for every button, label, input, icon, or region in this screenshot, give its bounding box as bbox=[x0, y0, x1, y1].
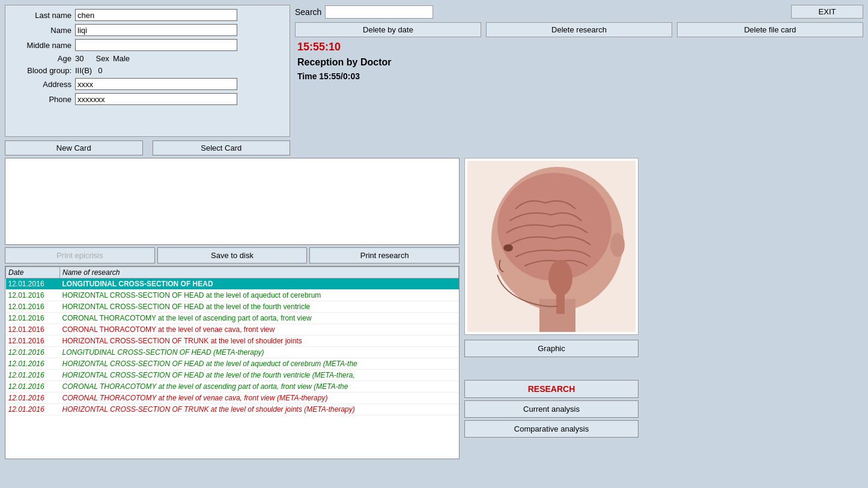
sex-label: Sex bbox=[96, 54, 109, 63]
col-date-header: Date bbox=[6, 267, 60, 279]
brain-image-box bbox=[464, 158, 639, 335]
table-cell-name: CORONAL THORACOTOMY at the level of asce… bbox=[60, 313, 459, 324]
table-cell-date: 12.01.2016 bbox=[6, 324, 60, 336]
table-row[interactable]: 12.01.2016LONGITUDINAL CROSS-SECTION OF … bbox=[6, 347, 459, 358]
address-label: Address bbox=[11, 80, 71, 89]
name-label: Name bbox=[11, 26, 71, 35]
table-row[interactable]: 12.01.2016HORIZONTAL CROSS-SECTION OF HE… bbox=[6, 290, 459, 301]
table-cell-name: CORONAL THORACOTOMY at the level of vena… bbox=[60, 393, 459, 404]
blood-rh-value: 0 bbox=[98, 66, 102, 75]
table-cell-name: CORONAL THORACOTOMY at the level of asce… bbox=[60, 381, 459, 393]
address-input[interactable] bbox=[75, 78, 237, 90]
action-buttons: Print epicrisis Save to disk Print resea… bbox=[5, 247, 460, 264]
svg-rect-5 bbox=[556, 290, 565, 314]
table-row[interactable]: 12.01.2016CORONAL THORACOTOMY at the lev… bbox=[6, 393, 459, 404]
table-cell-date: 12.01.2016 bbox=[6, 336, 60, 347]
table-cell-date: 12.01.2016 bbox=[6, 370, 60, 381]
delete-by-date-button[interactable]: Delete by date bbox=[295, 22, 481, 37]
blood-group-label: Blood group: bbox=[11, 66, 71, 75]
save-to-disk-button[interactable]: Save to disk bbox=[157, 247, 308, 264]
search-area: Search bbox=[295, 5, 433, 19]
main-area: Print epicrisis Save to disk Print resea… bbox=[5, 158, 863, 459]
sex-value: Male bbox=[113, 54, 130, 63]
table-scroll-area[interactable]: Date Name of research 12.01.2016LONGITUD… bbox=[5, 267, 459, 459]
svg-point-6 bbox=[503, 244, 513, 252]
table-cell-date: 12.01.2016 bbox=[6, 393, 60, 404]
table-cell-name: HORIZONTAL CROSS-SECTION OF HEAD at the … bbox=[60, 290, 459, 301]
print-epicrisis-button[interactable]: Print epicrisis bbox=[5, 247, 155, 264]
research-table-container: Date Name of research 12.01.2016LONGITUD… bbox=[5, 266, 460, 459]
table-cell-date: 12.01.2016 bbox=[6, 279, 60, 290]
delete-row: Delete by date Delete research Delete fi… bbox=[295, 22, 863, 37]
left-panel: Print epicrisis Save to disk Print resea… bbox=[5, 158, 460, 459]
right-top-panel: Search EXIT Delete by date Delete resear… bbox=[295, 5, 863, 81]
last-name-label: Last name bbox=[11, 11, 71, 20]
notes-textarea[interactable] bbox=[5, 158, 460, 245]
col-name-header: Name of research bbox=[60, 267, 459, 279]
last-name-input[interactable] bbox=[75, 9, 237, 21]
table-cell-name: HORIZONTAL CROSS-SECTION OF TRUNK at the… bbox=[60, 404, 459, 415]
table-row[interactable]: 12.01.2016CORONAL THORACOTOMY at the lev… bbox=[6, 313, 459, 324]
table-cell-date: 12.01.2016 bbox=[6, 381, 60, 393]
patient-form: Last name Name Middle name Age 30 Sex Ma… bbox=[5, 5, 290, 137]
brain-image bbox=[467, 161, 636, 332]
table-cell-name: CORONAL THORACOTOMY at the level of vena… bbox=[60, 324, 459, 336]
print-research-button[interactable]: Print research bbox=[309, 247, 460, 264]
table-cell-name: HORIZONTAL CROSS-SECTION OF HEAD at the … bbox=[60, 358, 459, 370]
delete-file-card-button[interactable]: Delete file card bbox=[677, 22, 863, 37]
svg-point-7 bbox=[610, 233, 625, 257]
time-display: 15:55:10 bbox=[295, 41, 863, 53]
graphic-button[interactable]: Graphic bbox=[464, 340, 639, 357]
table-row[interactable]: 12.01.2016HORIZONTAL CROSS-SECTION OF TR… bbox=[6, 404, 459, 415]
middle-name-input[interactable] bbox=[75, 39, 237, 51]
table-cell-name: LONGITUDINAL CROSS-SECTION OF HEAD (META… bbox=[60, 347, 459, 358]
search-input[interactable] bbox=[325, 5, 433, 19]
table-cell-name: LONGITUDINAL CROSS-SECTION OF HEAD bbox=[60, 279, 459, 290]
table-cell-date: 12.01.2016 bbox=[6, 301, 60, 313]
table-row[interactable]: 12.01.2016CORONAL THORACOTOMY at the lev… bbox=[6, 324, 459, 336]
exit-button[interactable]: EXIT bbox=[791, 5, 863, 19]
table-cell-date: 12.01.2016 bbox=[6, 347, 60, 358]
table-row[interactable]: 12.01.2016HORIZONTAL CROSS-SECTION OF HE… bbox=[6, 358, 459, 370]
middle-name-label: Middle name bbox=[11, 41, 71, 50]
age-value: 30 bbox=[75, 54, 83, 63]
table-row[interactable]: 12.01.2016CORONAL THORACOTOMY at the lev… bbox=[6, 381, 459, 393]
table-cell-date: 12.01.2016 bbox=[6, 313, 60, 324]
research-table: Date Name of research 12.01.2016LONGITUD… bbox=[5, 267, 459, 415]
name-input[interactable] bbox=[75, 24, 237, 36]
right-panel: Graphic RESEARCH Current analysis Compar… bbox=[464, 158, 863, 459]
time-detail: Time 15:55/0:03 bbox=[295, 71, 863, 81]
select-card-button[interactable]: Select Card bbox=[153, 140, 291, 155]
research-label: RESEARCH bbox=[464, 380, 639, 398]
phone-label: Phone bbox=[11, 95, 71, 104]
table-row[interactable]: 12.01.2016HORIZONTAL CROSS-SECTION OF HE… bbox=[6, 301, 459, 313]
table-cell-name: HORIZONTAL CROSS-SECTION OF TRUNK at the… bbox=[60, 336, 459, 347]
table-row[interactable]: 12.01.2016LONGITUDINAL CROSS-SECTION OF … bbox=[6, 279, 459, 290]
comparative-analysis-button[interactable]: Comparative analysis bbox=[464, 420, 639, 438]
blood-group-value: III(B) bbox=[75, 66, 92, 75]
new-card-button[interactable]: New Card bbox=[5, 140, 143, 155]
phone-input[interactable] bbox=[75, 93, 237, 105]
reception-text: Reception by Doctor bbox=[295, 57, 863, 68]
search-label: Search bbox=[295, 7, 321, 17]
table-cell-date: 12.01.2016 bbox=[6, 404, 60, 415]
table-cell-name: HORIZONTAL CROSS-SECTION OF HEAD at the … bbox=[60, 370, 459, 381]
table-cell-date: 12.01.2016 bbox=[6, 290, 60, 301]
current-analysis-button[interactable]: Current analysis bbox=[464, 400, 639, 418]
table-row[interactable]: 12.01.2016HORIZONTAL CROSS-SECTION OF TR… bbox=[6, 336, 459, 347]
table-cell-name: HORIZONTAL CROSS-SECTION OF HEAD at the … bbox=[60, 301, 459, 313]
age-label: Age bbox=[11, 54, 71, 63]
table-cell-date: 12.01.2016 bbox=[6, 358, 60, 370]
table-row[interactable]: 12.01.2016HORIZONTAL CROSS-SECTION OF HE… bbox=[6, 370, 459, 381]
delete-research-button[interactable]: Delete research bbox=[486, 22, 672, 37]
